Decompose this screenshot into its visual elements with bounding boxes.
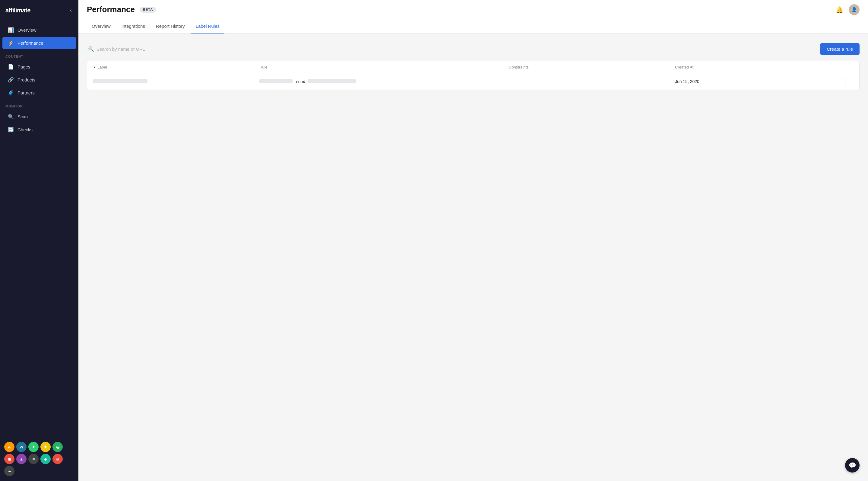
topbar: Performance BETA 🔔 👤 <box>79 0 868 19</box>
rule-skeleton-prefix <box>259 79 292 83</box>
table-header: ▲ Label Rule Constraints Created At <box>87 61 859 73</box>
integration-10[interactable]: ⊕ <box>53 454 63 464</box>
sidebar-item-performance[interactable]: ⚡ Performance <box>2 37 76 49</box>
pages-icon: 📄 <box>8 64 14 70</box>
cell-actions: ⋮ <box>841 78 853 85</box>
cell-label <box>93 79 259 84</box>
sidebar-item-overview[interactable]: 📊 Overview <box>2 24 76 36</box>
create-rule-button[interactable]: Create a rule <box>820 43 860 55</box>
integrations-list: A W ✦ ★ ◎ ◉ ▲ ✕ ◈ ⊕ ··· <box>0 438 79 481</box>
integration-more[interactable]: ··· <box>4 466 14 476</box>
column-header-created-at: Created At <box>675 65 841 69</box>
content-section-label: CONTENT <box>0 50 79 60</box>
beta-badge: BETA <box>140 7 156 13</box>
topbar-left: Performance BETA <box>87 5 156 14</box>
sidebar-item-label: Scan <box>18 114 28 119</box>
tab-label-rules[interactable]: Label Rules <box>191 19 224 33</box>
column-header-label: ▲ Label <box>93 65 259 69</box>
scan-icon: 🔍 <box>8 114 14 120</box>
tab-overview[interactable]: Overview <box>87 19 116 33</box>
topbar-right: 🔔 👤 <box>835 4 860 15</box>
rule-dot-com: .com/ <box>294 79 306 84</box>
sidebar-item-products[interactable]: 🔗 Products <box>2 73 76 86</box>
chat-bubble-button[interactable]: 💬 <box>845 458 860 473</box>
rule-skeleton-suffix <box>308 79 356 83</box>
integration-9[interactable]: ◈ <box>40 454 51 464</box>
content-area: 🔍 Create a rule ▲ Label Rule Constraints… <box>79 33 868 481</box>
column-header-rule: Rule <box>259 65 509 69</box>
integration-4[interactable]: ★ <box>40 442 51 452</box>
tabs-bar: Overview Integrations Report History Lab… <box>79 19 868 33</box>
sidebar-item-scan[interactable]: 🔍 Scan <box>2 111 76 123</box>
checks-icon: 🔄 <box>8 127 14 132</box>
column-header-constraints: Constraints <box>509 65 675 69</box>
main-content: Performance BETA 🔔 👤 Overview Integratio… <box>79 0 868 481</box>
integration-7[interactable]: ▲ <box>16 454 27 464</box>
performance-icon: ⚡ <box>8 40 14 46</box>
integration-wordpress[interactable]: W <box>16 442 27 452</box>
search-wrapper: 🔍 <box>87 44 189 54</box>
avatar[interactable]: 👤 <box>849 4 860 15</box>
table-row: .com/ Jun 15, 2020 ⋮ <box>87 73 859 90</box>
label-skeleton <box>93 79 148 83</box>
sidebar-item-label: Overview <box>18 27 36 33</box>
page-title: Performance <box>87 5 135 14</box>
app-logo: affilimate <box>5 7 30 14</box>
cell-rule: .com/ <box>259 79 509 84</box>
search-icon: 🔍 <box>88 46 94 52</box>
tab-report-history[interactable]: Report History <box>151 19 190 33</box>
tab-integrations[interactable]: Integrations <box>117 19 150 33</box>
search-input[interactable] <box>96 47 188 52</box>
sidebar-item-label: Partners <box>18 90 35 95</box>
sidebar-item-label: Performance <box>18 40 43 46</box>
overview-icon: 📊 <box>8 27 14 33</box>
sidebar-item-partners[interactable]: 🧳 Partners <box>2 87 76 99</box>
integration-5[interactable]: ◎ <box>53 442 63 452</box>
sidebar-item-checks[interactable]: 🔄 Checks <box>2 123 76 136</box>
monitor-section-label: MONITOR <box>0 99 79 110</box>
sidebar-header: affilimate ‹ <box>0 0 79 21</box>
integration-8[interactable]: ✕ <box>28 454 39 464</box>
integration-6[interactable]: ◉ <box>4 454 14 464</box>
sidebar-item-pages[interactable]: 📄 Pages <box>2 61 76 73</box>
row-menu-button[interactable]: ⋮ <box>841 78 849 85</box>
toolbar-row: 🔍 Create a rule <box>87 43 860 55</box>
column-header-actions <box>841 65 853 69</box>
integration-3[interactable]: ✦ <box>28 442 39 452</box>
sidebar: affilimate ‹ 📊 Overview ⚡ Performance CO… <box>0 0 79 481</box>
partners-icon: 🧳 <box>8 90 14 96</box>
sort-icon: ▲ <box>93 65 96 69</box>
sidebar-collapse-button[interactable]: ‹ <box>69 6 73 15</box>
products-icon: 🔗 <box>8 77 14 83</box>
sidebar-item-label: Checks <box>18 127 33 132</box>
sidebar-item-label: Pages <box>18 64 30 69</box>
sidebar-item-label: Products <box>18 77 35 82</box>
integration-amazon[interactable]: A <box>4 442 14 452</box>
rules-table: ▲ Label Rule Constraints Created At .com… <box>87 61 860 90</box>
sidebar-nav: 📊 Overview ⚡ Performance CONTENT 📄 Pages… <box>0 21 79 438</box>
notification-button[interactable]: 🔔 <box>835 5 844 14</box>
cell-created-at: Jun 15, 2020 <box>675 79 841 84</box>
